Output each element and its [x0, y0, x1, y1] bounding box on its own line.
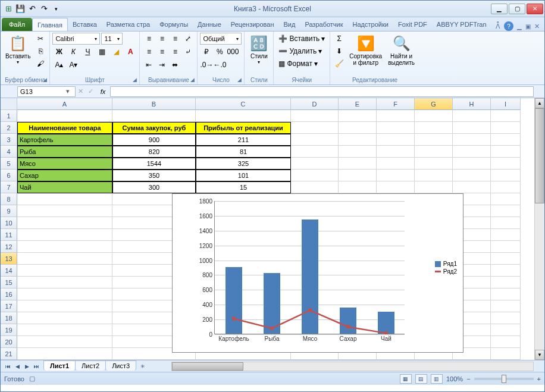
cell[interactable]: 211: [196, 134, 291, 146]
cell[interactable]: [112, 110, 196, 122]
worksheet-grid[interactable]: ABCDEFGHI 123456789101112131415161718192…: [1, 98, 544, 360]
cell[interactable]: Наименование товара: [17, 122, 112, 134]
row-header[interactable]: 14: [1, 265, 17, 277]
cell[interactable]: Сумма закупок, руб: [112, 122, 196, 134]
zoom-out-icon[interactable]: −: [466, 375, 470, 382]
find-select-button[interactable]: 🔍 Найти и выделить: [386, 33, 417, 67]
cell[interactable]: [377, 146, 415, 158]
insert-cells-button[interactable]: ➕Вставить ▾: [276, 33, 327, 45]
cell[interactable]: [291, 158, 339, 170]
select-all-corner[interactable]: [1, 98, 17, 110]
percent-icon[interactable]: %: [213, 46, 226, 58]
cell[interactable]: [377, 134, 415, 146]
cell[interactable]: [377, 122, 415, 134]
help-icon[interactable]: ?: [504, 21, 513, 31]
cell[interactable]: [291, 170, 339, 181]
grow-font-icon[interactable]: A▴: [52, 59, 65, 71]
cell[interactable]: [17, 193, 112, 205]
sort-filter-button[interactable]: 🔽 Сортировка и фильтр: [347, 33, 384, 67]
cell[interactable]: [291, 110, 339, 122]
sheet-tab[interactable]: Лист1: [43, 360, 76, 371]
merge-icon[interactable]: ⬌: [168, 59, 181, 71]
cell[interactable]: [17, 288, 112, 300]
font-size-combo[interactable]: 11▾: [101, 33, 123, 45]
page-layout-view-icon[interactable]: ▤: [415, 374, 427, 384]
shrink-font-icon[interactable]: A▾: [67, 59, 80, 71]
name-box-dropdown-icon[interactable]: ▾: [63, 87, 73, 95]
cell[interactable]: [17, 205, 112, 217]
cell[interactable]: [377, 158, 415, 170]
cell[interactable]: [453, 170, 491, 181]
row-header[interactable]: 11: [1, 229, 17, 241]
row-header[interactable]: 8: [1, 193, 17, 205]
copy-icon[interactable]: ⎘: [34, 45, 47, 57]
cell[interactable]: [17, 312, 112, 324]
cell[interactable]: [491, 312, 521, 324]
cell[interactable]: [491, 277, 521, 288]
minimize-ribbon-icon[interactable]: ᐰ: [496, 23, 500, 30]
save-icon[interactable]: 💾: [15, 4, 26, 14]
doc-restore-icon[interactable]: ▣: [525, 23, 531, 30]
cell[interactable]: [453, 122, 491, 134]
cell[interactable]: [377, 181, 415, 193]
currency-icon[interactable]: ₽: [200, 46, 213, 58]
cancel-formula-icon[interactable]: ✕: [76, 87, 86, 95]
sheet-last-icon[interactable]: ⏭: [32, 362, 41, 371]
autosum-icon[interactable]: Σ: [333, 33, 346, 45]
align-left-icon[interactable]: ≡: [142, 46, 155, 58]
row-header[interactable]: 7: [1, 181, 17, 193]
decrease-indent-icon[interactable]: ⇤: [142, 59, 155, 71]
zoom-level[interactable]: 100%: [446, 375, 463, 382]
cell[interactable]: [339, 122, 377, 134]
maximize-button[interactable]: ▢: [509, 4, 525, 14]
cell[interactable]: 900: [112, 134, 196, 146]
orientation-icon[interactable]: ⤢: [181, 33, 195, 45]
scroll-up-icon[interactable]: ▲: [535, 98, 544, 108]
cell[interactable]: [491, 146, 521, 158]
cell[interactable]: [491, 158, 521, 170]
cell[interactable]: 820: [112, 146, 196, 158]
row-header[interactable]: 16: [1, 288, 17, 300]
ribbon-tab[interactable]: Рецензирован: [226, 18, 279, 31]
embedded-chart[interactable]: 020040060080010001200140016001800Картофе…: [172, 193, 463, 353]
dialog-launcher-icon[interactable]: ◢: [41, 76, 48, 83]
clear-icon[interactable]: 🧹: [333, 58, 346, 70]
row-header[interactable]: 17: [1, 300, 17, 312]
cell[interactable]: [339, 134, 377, 146]
font-color-icon[interactable]: A: [124, 46, 137, 58]
cell[interactable]: [491, 193, 521, 205]
cell[interactable]: 15: [196, 181, 291, 193]
sheet-next-icon[interactable]: ▶: [22, 362, 32, 371]
align-bottom-icon[interactable]: ≡: [168, 33, 181, 45]
sheet-prev-icon[interactable]: ◀: [12, 362, 22, 371]
cell[interactable]: [415, 110, 453, 122]
cell[interactable]: [491, 336, 521, 348]
cell[interactable]: [377, 170, 415, 181]
zoom-thumb[interactable]: [502, 375, 506, 383]
doc-close-icon[interactable]: ✕: [534, 23, 540, 30]
cell[interactable]: [17, 229, 112, 241]
column-header[interactable]: D: [291, 98, 339, 110]
row-header[interactable]: 3: [1, 134, 17, 146]
format-painter-icon[interactable]: 🖌: [34, 58, 47, 70]
cell[interactable]: [415, 146, 453, 158]
name-box[interactable]: G13 ▾: [17, 86, 76, 97]
qat-customize-icon[interactable]: ▾: [51, 4, 61, 14]
column-header[interactable]: F: [377, 98, 415, 110]
horizontal-scrollbar[interactable]: [171, 362, 534, 371]
ribbon-tab[interactable]: ABBYY PDFTran: [432, 18, 491, 31]
cell[interactable]: [415, 134, 453, 146]
cell[interactable]: [17, 277, 112, 288]
ribbon-tab[interactable]: Вставка: [68, 18, 102, 31]
row-header[interactable]: 15: [1, 277, 17, 288]
paste-button[interactable]: 📋 Вставить ▾: [3, 33, 33, 66]
undo-icon[interactable]: ↶: [27, 4, 37, 14]
dialog-launcher-icon[interactable]: ◢: [189, 76, 196, 83]
delete-cells-button[interactable]: ➖Удалить ▾: [276, 45, 324, 57]
fill-icon[interactable]: ⬇: [333, 45, 346, 57]
bold-icon[interactable]: Ж: [52, 46, 65, 58]
cell[interactable]: [491, 324, 521, 336]
column-header[interactable]: B: [112, 98, 196, 110]
cell[interactable]: [491, 217, 521, 229]
vertical-scrollbar[interactable]: ▲ ▼: [534, 98, 544, 360]
